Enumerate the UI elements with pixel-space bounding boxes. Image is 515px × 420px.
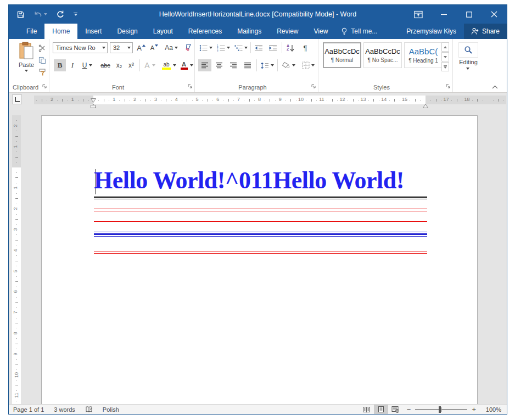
strikethrough-button[interactable]: abc bbox=[98, 59, 113, 71]
sort-button[interactable]: AZ bbox=[283, 42, 298, 54]
word-count[interactable]: 3 words bbox=[49, 405, 80, 414]
print-layout-icon[interactable] bbox=[374, 405, 388, 414]
horizontal-ruler[interactable]: 211234567891011121314151718 bbox=[34, 96, 506, 104]
align-right-button[interactable] bbox=[227, 59, 240, 71]
tell-me-box[interactable]: Tell me... bbox=[335, 24, 383, 39]
ruler-tick bbox=[394, 99, 395, 102]
account-name[interactable]: Przemysław Kłys bbox=[399, 24, 464, 39]
zoom-slider[interactable] bbox=[415, 409, 467, 410]
underline-button[interactable]: U bbox=[79, 59, 96, 71]
customize-qat-icon[interactable] bbox=[74, 13, 77, 16]
tab-references[interactable]: References bbox=[181, 24, 229, 39]
undo-icon[interactable] bbox=[33, 10, 47, 18]
ribbon: Paste Clipboard Times New Ro 32 bbox=[9, 39, 507, 93]
font-color-button[interactable]: A bbox=[179, 59, 194, 71]
justify-button[interactable] bbox=[241, 59, 254, 71]
left-indent-marker[interactable] bbox=[91, 105, 96, 108]
zoom-out-icon[interactable]: − bbox=[407, 405, 411, 413]
font-group: Times New Ro 32 A A Aa B I bbox=[49, 39, 195, 92]
ruler-tick bbox=[202, 100, 203, 100]
tab-stop-selector[interactable] bbox=[12, 94, 22, 104]
page-indicator[interactable]: Page 1 of 1 bbox=[9, 405, 49, 414]
save-icon[interactable] bbox=[16, 10, 25, 19]
multilevel-list-button[interactable] bbox=[233, 42, 249, 54]
vruler-tick bbox=[16, 266, 17, 266]
show-formatting-button[interactable]: ¶ bbox=[299, 42, 311, 54]
decrease-indent-icon[interactable] bbox=[252, 42, 265, 54]
editing-label[interactable]: Editing bbox=[453, 59, 484, 65]
shrink-font-button[interactable]: A bbox=[148, 42, 160, 54]
redo-icon[interactable] bbox=[56, 10, 65, 19]
vertical-ruler[interactable]: 211234567891011 bbox=[12, 115, 21, 404]
tab-design[interactable]: Design bbox=[109, 24, 145, 39]
web-layout-icon[interactable] bbox=[388, 405, 402, 414]
tab-layout[interactable]: Layout bbox=[145, 24, 181, 39]
bold-button[interactable]: B bbox=[54, 59, 66, 71]
zoom-in-icon[interactable]: + bbox=[472, 405, 476, 413]
style-card-2[interactable]: AaBbCcDc¶ No Spac... bbox=[363, 42, 402, 68]
cut-icon[interactable] bbox=[37, 42, 47, 54]
read-mode-icon[interactable] bbox=[360, 405, 374, 414]
change-case-button[interactable]: Aa bbox=[163, 42, 180, 54]
tab-file[interactable]: File bbox=[19, 24, 44, 39]
text-effects-button[interactable]: A bbox=[142, 59, 158, 71]
right-indent-marker[interactable] bbox=[423, 100, 428, 110]
ruler-tick bbox=[119, 100, 120, 100]
share-button[interactable]: Share bbox=[464, 24, 507, 39]
bold-glyph: B bbox=[58, 61, 63, 70]
ruler-tick bbox=[290, 99, 291, 102]
font-size-combo[interactable]: 32 bbox=[110, 42, 133, 53]
ribbon-display-options-icon[interactable] bbox=[406, 5, 431, 24]
tab-insert[interactable]: Insert bbox=[77, 24, 109, 39]
zoom-slider-handle[interactable] bbox=[439, 406, 441, 413]
document-text[interactable]: Hello World!^011Hello World! bbox=[94, 166, 404, 194]
ruler-tick bbox=[78, 100, 79, 100]
italic-button[interactable]: I bbox=[67, 59, 78, 71]
proofing-icon[interactable] bbox=[80, 405, 98, 414]
clear-formatting-icon[interactable] bbox=[183, 42, 194, 54]
minimize-icon[interactable] bbox=[431, 5, 456, 24]
align-left-button[interactable] bbox=[198, 59, 211, 71]
title-bar: HelloWorldInsertHorizontalLine.docx [Com… bbox=[9, 5, 507, 24]
find-icon[interactable] bbox=[458, 42, 478, 58]
format-painter-icon[interactable] bbox=[37, 66, 47, 79]
numbering-button[interactable]: 123 bbox=[216, 42, 231, 54]
tab-mailings[interactable]: Mailings bbox=[229, 24, 269, 39]
close-icon[interactable] bbox=[482, 5, 507, 24]
style-card-3[interactable]: AaBbC(¶ Heading 1 bbox=[404, 42, 443, 68]
ruler-tick bbox=[379, 100, 379, 100]
align-center-button[interactable] bbox=[212, 59, 226, 71]
bullets-button[interactable] bbox=[198, 42, 214, 54]
paragraph-group: 123 AZ ¶ bbox=[195, 39, 318, 92]
font-dialog-launcher-icon[interactable] bbox=[188, 83, 193, 90]
line-spacing-button[interactable] bbox=[259, 59, 275, 71]
clipboard-dialog-launcher-icon[interactable] bbox=[42, 83, 47, 90]
style-card-1[interactable]: AaBbCcDc¶ Normal bbox=[323, 42, 361, 68]
font-name-combo[interactable]: Times New Ro bbox=[53, 42, 108, 53]
shading-button[interactable] bbox=[279, 59, 297, 71]
styles-more-icon[interactable] bbox=[441, 62, 449, 71]
grow-font-button[interactable]: A bbox=[135, 42, 147, 54]
document-page[interactable]: Hello World!^011Hello World! bbox=[41, 115, 478, 404]
superscript-button[interactable]: x² bbox=[125, 59, 137, 71]
maximize-icon[interactable] bbox=[456, 5, 482, 24]
tab-review[interactable]: Review bbox=[269, 24, 306, 39]
collapse-ribbon-icon[interactable] bbox=[492, 83, 498, 90]
subscript-button[interactable]: x₂ bbox=[113, 59, 125, 71]
zoom-percentage[interactable]: 100% bbox=[480, 406, 507, 413]
borders-button[interactable] bbox=[299, 59, 317, 71]
increase-indent-icon[interactable] bbox=[266, 42, 279, 54]
styles-dialog-launcher-icon[interactable] bbox=[446, 83, 451, 90]
ruler-tick bbox=[233, 100, 234, 100]
tab-view[interactable]: View bbox=[306, 24, 336, 39]
styles-scroll-up-icon[interactable] bbox=[441, 42, 449, 52]
language-indicator[interactable]: Polish bbox=[98, 405, 124, 414]
text-highlight-button[interactable]: ab bbox=[160, 59, 178, 71]
paste-button[interactable]: Paste bbox=[13, 42, 40, 82]
paragraph-dialog-launcher-icon[interactable] bbox=[311, 83, 316, 90]
tab-home[interactable]: Home bbox=[44, 24, 77, 39]
ruler-number: 11 bbox=[319, 97, 324, 102]
styles-scroll-down-icon[interactable] bbox=[441, 52, 449, 61]
copy-icon[interactable] bbox=[37, 54, 47, 66]
ruler-number: 13 bbox=[360, 97, 366, 102]
